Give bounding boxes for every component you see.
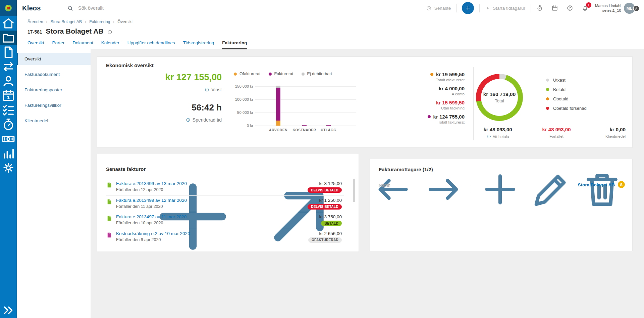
panel-title: Ekonomisk översikt <box>106 62 154 68</box>
user-menu[interactable]: Marcus Lindahl setest1_10 <box>595 3 621 13</box>
wolters-kluwer-logo-icon <box>4 4 13 12</box>
subnav-item-klientmedel[interactable]: Klientmedel <box>17 115 91 127</box>
invoice-link[interactable]: Kostnadsräkning e.2 av 10 mar 2020 <box>116 231 190 236</box>
plus-icon <box>465 5 471 11</box>
previous-recipient-button[interactable] <box>370 167 416 212</box>
legend-dot-icon <box>546 88 549 91</box>
donut-legend-item: Obetald försenad <box>546 106 587 111</box>
info-icon[interactable] <box>205 87 209 92</box>
legend-dot-icon <box>546 97 549 100</box>
invoice-link[interactable]: Faktura e.2013498 av 12 mar 2020 <box>116 198 187 203</box>
donut-legend-item: Obetald <box>546 96 587 101</box>
notifications-button[interactable]: 1 <box>582 5 588 11</box>
breadcrumb-link[interactable]: Ärenden <box>28 19 43 24</box>
info-icon[interactable] <box>186 118 191 122</box>
tab-tidsregistrering[interactable]: Tidsregistrering <box>183 40 214 49</box>
billing-stat: kr 19 599,50Totalt ofakturerat <box>397 72 465 82</box>
economic-overview-panel: Ekonomisk översikt kr 127 155,00 Vinst 5… <box>97 56 633 148</box>
tab-parter[interactable]: Parter <box>52 40 65 49</box>
case-info-button[interactable] <box>107 30 112 35</box>
sidebar-item-money[interactable] <box>0 132 17 146</box>
sidebar-item-calendar1[interactable]: 1 <box>0 88 17 103</box>
chartbars-icon <box>0 146 17 161</box>
breadcrumb-link[interactable]: Fakturering <box>89 19 110 24</box>
tab--versikt[interactable]: Översikt <box>28 40 44 49</box>
tab-kalender[interactable]: Kalender <box>101 40 119 49</box>
legend-dot-icon <box>546 79 549 82</box>
info-icon <box>205 87 209 92</box>
calendar-button[interactable] <box>551 5 558 11</box>
subnav-item-faktureringsvillkor[interactable]: Faktureringsvillkor <box>17 99 91 111</box>
timer-button[interactable] <box>536 5 543 11</box>
next-recipient-button[interactable] <box>421 167 467 212</box>
bar-arvoden <box>276 86 280 126</box>
info-icon <box>107 30 112 35</box>
calendar1-icon: 1 <box>0 88 17 103</box>
search-icon <box>67 5 73 11</box>
stopwatch-icon <box>536 5 543 11</box>
tab-fakturering[interactable]: Fakturering <box>222 40 247 49</box>
sidebar-item-swap[interactable] <box>0 59 17 74</box>
help-icon <box>567 5 573 11</box>
sidebar-item-home[interactable] <box>0 16 17 31</box>
tab-dokument[interactable]: Dokument <box>72 40 93 49</box>
divider <box>479 4 480 12</box>
gear-icon <box>0 161 17 175</box>
invoice-row: Kostnadsräkning e.2 av 10 mar 2020Förfal… <box>106 229 344 246</box>
start-timer-label: Starta tidtagarur <box>493 6 525 11</box>
invoice-link[interactable]: Faktura e.2013497 av 11 mar 2020 <box>116 214 186 219</box>
edit-profile-button[interactable] <box>633 5 640 12</box>
billing-subnav: ÖversiktFakturadokumentFaktureringsposte… <box>17 49 91 318</box>
search-input[interactable] <box>78 5 219 11</box>
sidebar-expand-button[interactable] <box>0 303 17 318</box>
recipient-name-value[interactable]: Stora Bolaget AB <box>578 182 615 187</box>
user-account: setest1_10 <box>595 8 621 13</box>
subnav-item--versikt[interactable]: Översikt <box>17 53 91 65</box>
invoice-document-icon-wrap <box>106 198 112 206</box>
bar-kostnader <box>302 125 307 126</box>
start-timer-button[interactable]: Starta tidtagarur <box>485 6 525 11</box>
pencil-icon <box>635 7 638 10</box>
legend-dot-icon <box>546 107 549 110</box>
breadcrumb-link[interactable]: Stora Bolaget AB <box>51 19 82 24</box>
gridline <box>255 112 356 113</box>
help-button[interactable] <box>567 5 573 11</box>
subnav-item-faktureringsposter[interactable]: Faktureringsposter <box>17 84 91 96</box>
add-recipient-button[interactable] <box>477 167 523 212</box>
invoice-link[interactable]: Faktura e.2013499 av 13 mar 2020 <box>116 181 187 186</box>
sidebar-item-tasks[interactable] <box>0 103 17 117</box>
y-axis-tick: 150 000 kr <box>232 84 253 88</box>
invoice-amount: kr 3 125,00 <box>319 181 342 186</box>
breadcrumb-separator: › <box>85 19 86 24</box>
recent-button[interactable]: Senaste <box>426 5 451 11</box>
edit-recipient-button[interactable] <box>528 167 574 212</box>
play-icon <box>485 6 490 11</box>
sidebar-item-chartbars[interactable] <box>0 146 17 161</box>
folder-icon <box>0 31 17 45</box>
scrollbar-thumb[interactable] <box>353 179 355 202</box>
history-icon <box>426 5 432 11</box>
topbar: Kleos Senaste Starta tidtagarur <box>0 0 644 16</box>
stopwatch-icon <box>0 117 17 132</box>
case-number: 17-581 <box>28 29 42 35</box>
sidebar-item-stopwatch[interactable] <box>0 117 17 132</box>
donut-total-label: Total <box>495 98 504 103</box>
add-new-button[interactable] <box>462 2 474 14</box>
sidebar-item-file[interactable] <box>0 45 17 59</box>
legend-item: Ej debiterbart <box>302 72 332 76</box>
donut-legend: UtkastBetaldObetaldObetald försenad <box>546 78 587 115</box>
sidebar-item-gear[interactable] <box>0 161 17 175</box>
info-icon[interactable] <box>487 134 491 139</box>
invoice-amount: kr 1 250,00 <box>319 198 342 203</box>
chevrons-right-icon <box>0 303 17 318</box>
pencil-icon <box>528 167 574 212</box>
tab-uppgifter-och-deadlines[interactable]: Uppgifter och deadlines <box>127 40 175 49</box>
stat-dot-icon <box>428 115 431 118</box>
search-icon <box>67 5 73 11</box>
sidebar-item-user[interactable] <box>0 74 17 88</box>
sidebar-item-folder[interactable] <box>0 31 17 45</box>
billing-stats: kr 19 599,50Totalt ofaktureratkr 4 000,0… <box>397 72 465 128</box>
delete-recipient-button[interactable] <box>579 167 625 212</box>
subnav-item-fakturadokument[interactable]: Fakturadokument <box>17 68 91 80</box>
kleos-logo[interactable] <box>0 0 17 16</box>
